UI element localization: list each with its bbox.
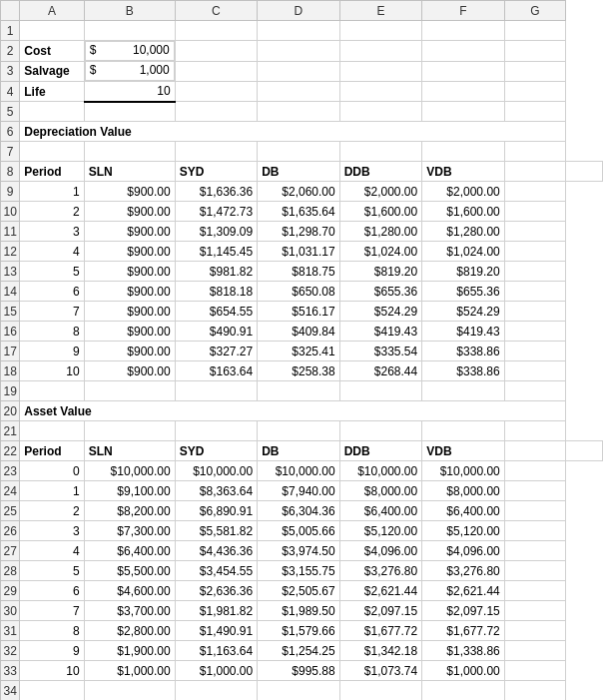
cell-f-1[interactable] [422, 21, 505, 41]
cell-e-4[interactable] [339, 82, 422, 102]
cell-c-5[interactable] [175, 102, 258, 122]
cell-g-15[interactable] [504, 302, 566, 322]
cell-f-21[interactable] [422, 421, 505, 441]
cell-f-9[interactable]: $2,000.00 [422, 182, 505, 202]
cell-a-28[interactable]: 5 [20, 561, 84, 581]
cell-c-9[interactable]: $1,636.36 [175, 182, 258, 202]
cell-f-26[interactable]: $5,120.00 [422, 521, 505, 541]
cell-c-28[interactable]: $3,454.55 [175, 561, 258, 581]
cell-b-3[interactable]: $1,000 [85, 61, 175, 81]
cell-d-8[interactable]: DB [258, 162, 340, 182]
cell-e-32[interactable]: $1,342.18 [339, 641, 422, 661]
cell-d-21[interactable] [258, 421, 340, 441]
cell-e-18[interactable]: $268.44 [339, 361, 422, 381]
cell-a-2[interactable]: Cost [20, 41, 84, 62]
cell-f-17[interactable]: $338.86 [422, 342, 505, 361]
cell-f-32[interactable]: $1,338.86 [422, 641, 505, 661]
cell-d-22[interactable]: DB [258, 441, 340, 461]
cell-a-24[interactable]: 1 [20, 481, 84, 501]
cell-e-31[interactable]: $1,677.72 [339, 621, 422, 641]
cell-g-17[interactable] [504, 342, 566, 361]
cell-g-3[interactable] [504, 61, 566, 82]
cell-g-21[interactable] [504, 421, 566, 441]
cell-e-25[interactable]: $6,400.00 [339, 501, 422, 521]
cell-d-29[interactable]: $2,505.67 [258, 581, 340, 601]
cell-e-34[interactable] [339, 681, 422, 701]
cell-a-9[interactable]: 1 [20, 182, 84, 202]
cell-b-25[interactable]: $8,200.00 [84, 501, 175, 521]
cell-a-12[interactable]: 4 [20, 242, 84, 262]
cell-d-25[interactable]: $6,304.36 [258, 501, 340, 521]
cell-c-13[interactable]: $981.82 [175, 262, 258, 282]
cell-d-30[interactable]: $1,989.50 [258, 601, 340, 621]
cell-a-11[interactable]: 3 [20, 222, 84, 242]
cell-c-4[interactable] [175, 82, 258, 102]
cell-a-20[interactable]: Asset Value [20, 401, 566, 421]
cell-b-28[interactable]: $5,500.00 [84, 561, 175, 581]
cell-b-2[interactable]: $10,000 [85, 41, 175, 61]
cell-f-16[interactable]: $419.43 [422, 322, 505, 342]
cell-e-8[interactable]: DDB [339, 162, 422, 182]
cell-b-21[interactable] [84, 421, 175, 441]
cell-a-19[interactable] [20, 381, 84, 401]
cell-f-13[interactable]: $819.20 [422, 262, 505, 282]
cell-g-16[interactable] [504, 322, 566, 342]
cell-e-33[interactable]: $1,073.74 [339, 661, 422, 681]
cell-a-27[interactable]: 4 [20, 541, 84, 561]
cell-b-31[interactable]: $2,800.00 [84, 621, 175, 641]
cell-d-23[interactable]: $10,000.00 [258, 461, 340, 481]
cell-b-7[interactable] [84, 142, 175, 162]
cell-b-27[interactable]: $6,400.00 [84, 541, 175, 561]
cell-d-33[interactable]: $995.88 [258, 661, 340, 681]
cell-e-10[interactable]: $1,600.00 [339, 202, 422, 222]
cell-e-7[interactable] [339, 142, 422, 162]
cell-c-34[interactable] [175, 681, 258, 701]
cell-c-15[interactable]: $654.55 [175, 302, 258, 322]
cell-b-4[interactable]: 10 [84, 82, 175, 102]
cell-e-5[interactable] [339, 102, 422, 122]
cell-g-12[interactable] [504, 242, 566, 262]
cell-e-27[interactable]: $4,096.00 [339, 541, 422, 561]
cell-e-23[interactable]: $10,000.00 [339, 461, 422, 481]
cell-d-31[interactable]: $1,579.66 [258, 621, 340, 641]
cell-f-31[interactable]: $1,677.72 [422, 621, 505, 641]
cell-d-7[interactable] [258, 142, 340, 162]
cell-d-24[interactable]: $7,940.00 [258, 481, 340, 501]
cell-c-17[interactable]: $327.27 [175, 342, 258, 361]
cell-f-10[interactable]: $1,600.00 [422, 202, 505, 222]
cell-f-4[interactable] [422, 82, 505, 102]
cell-c-21[interactable] [175, 421, 258, 441]
cell-d-2[interactable] [258, 41, 340, 62]
cell-b-30[interactable]: $3,700.00 [84, 601, 175, 621]
cell-e-30[interactable]: $2,097.15 [339, 601, 422, 621]
cell-g-4[interactable] [504, 82, 566, 102]
cell-c-3[interactable] [175, 61, 258, 82]
cell-e-14[interactable]: $655.36 [339, 282, 422, 302]
cell-c-12[interactable]: $1,145.45 [175, 242, 258, 262]
cell-e-11[interactable]: $1,280.00 [339, 222, 422, 242]
cell-f-29[interactable]: $2,621.44 [422, 581, 505, 601]
cell-d-13[interactable]: $818.75 [258, 262, 340, 282]
cell-f-7[interactable] [422, 142, 505, 162]
cell-a-18[interactable]: 10 [20, 361, 84, 381]
cell-b-26[interactable]: $7,300.00 [84, 521, 175, 541]
cell-a-10[interactable]: 2 [20, 202, 84, 222]
cell-d-15[interactable]: $516.17 [258, 302, 340, 322]
cell-c-31[interactable]: $1,490.91 [175, 621, 258, 641]
cell-a-8[interactable]: Period [20, 162, 84, 182]
cell-g-24[interactable] [504, 481, 566, 501]
cell-f-19[interactable] [422, 381, 505, 401]
cell-c-1[interactable] [175, 21, 258, 41]
cell-e-19[interactable] [339, 381, 422, 401]
cell-c-32[interactable]: $1,163.64 [175, 641, 258, 661]
cell-c-29[interactable]: $2,636.36 [175, 581, 258, 601]
cell-a-22[interactable]: Period [20, 441, 84, 461]
cell-a-29[interactable]: 6 [20, 581, 84, 601]
cell-b-8[interactable]: SLN [84, 162, 175, 182]
cell-c-8[interactable]: SYD [175, 162, 258, 182]
cell-g-11[interactable] [504, 222, 566, 242]
cell-b-23[interactable]: $10,000.00 [84, 461, 175, 481]
cell-g-9[interactable] [504, 182, 566, 202]
cell-g-28[interactable] [504, 561, 566, 581]
cell-a-13[interactable]: 5 [20, 262, 84, 282]
